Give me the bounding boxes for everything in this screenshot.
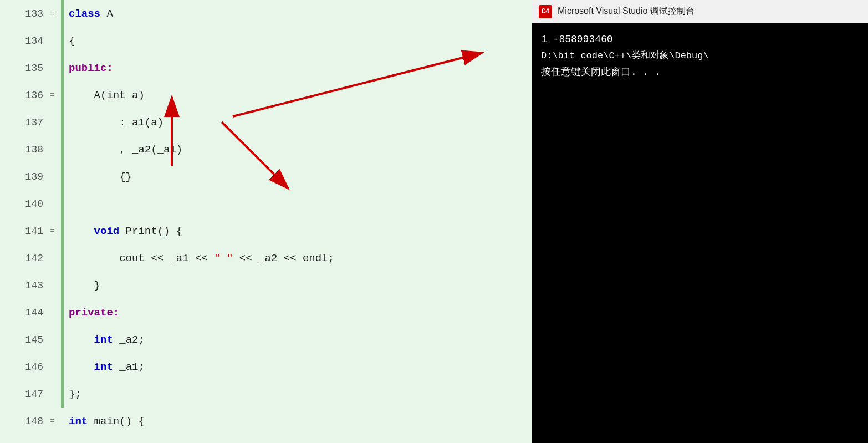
line-code-145: int _a2;	[67, 334, 145, 346]
indent-bar-138	[61, 136, 64, 163]
line-code-136: A(int a)	[67, 89, 145, 101]
indent-bar-133	[61, 0, 64, 27]
indent-bar-140	[61, 190, 64, 217]
collapse-136: =	[50, 91, 61, 100]
line-number-140: 140	[0, 198, 50, 210]
code-line-136: 136 = A(int a)	[0, 82, 532, 109]
collapse-133: =	[50, 9, 61, 18]
code-line-149: 149 A aa(1);	[0, 435, 532, 443]
code-line-144: 144 private:	[0, 299, 532, 326]
indent-bar-146	[61, 353, 64, 380]
line-code-141: void Print() {	[67, 225, 182, 237]
code-line-147: 147 };	[0, 380, 532, 408]
indent-bar-143	[61, 272, 64, 299]
collapse-141: =	[50, 227, 61, 236]
line-number-148: 148	[0, 416, 50, 427]
code-line-135: 135 public:	[0, 54, 532, 82]
line-code-147: };	[67, 388, 81, 400]
line-number-146: 146	[0, 361, 50, 373]
indent-bar-142	[61, 245, 64, 272]
indent-bar-135	[61, 54, 64, 82]
console-body: 1 -858993460 D:\bit_code\C++\类和对象\Debug\…	[532, 23, 868, 443]
line-code-146: int _a1;	[67, 361, 145, 373]
line-number-133: 133	[0, 8, 50, 19]
console-icon: C4	[539, 5, 552, 18]
line-code-140	[67, 198, 75, 210]
indent-bar-141	[61, 217, 64, 245]
code-line-138: 138 , _a2(_a1)	[0, 136, 532, 163]
code-line-142: 142 cout << _a1 << " " << _a2 << endl;	[0, 245, 532, 272]
code-line-143: 143 }	[0, 272, 532, 299]
indent-bar-144	[61, 299, 64, 326]
line-number-142: 142	[0, 253, 50, 264]
indent-bar-145	[61, 326, 64, 353]
indent-bar-147	[61, 380, 64, 408]
code-line-145: 145 int _a2;	[0, 326, 532, 353]
console-output-line2: D:\bit_code\C++\类和对象\Debug\	[541, 48, 859, 64]
line-code-148: int main() {	[67, 415, 145, 427]
line-code-144: private:	[67, 307, 119, 319]
line-number-141: 141	[0, 226, 50, 237]
code-line-139: 139 {}	[0, 163, 532, 190]
line-number-134: 134	[0, 35, 50, 47]
console-panel: C4 Microsoft Visual Studio 调试控制台 1 -8589…	[532, 0, 868, 443]
indent-bar-139	[61, 163, 64, 190]
line-number-138: 138	[0, 144, 50, 155]
indent-bar-137	[61, 109, 64, 136]
code-editor: 133 = class A 134 { 135 public: 136 = A(…	[0, 0, 532, 443]
line-code-134: {	[67, 35, 75, 47]
line-number-143: 143	[0, 280, 50, 291]
line-number-139: 139	[0, 171, 50, 182]
line-code-137: :_a1(a)	[67, 116, 164, 129]
line-code-135: public:	[67, 62, 113, 74]
code-line-141: 141 = void Print() {	[0, 217, 532, 245]
console-output-line1: 1 -858993460	[541, 31, 859, 48]
indent-bar-136	[61, 82, 64, 109]
collapse-148: =	[50, 417, 61, 426]
line-number-147: 147	[0, 389, 50, 400]
console-output-line3: 按任意键关闭此窗口. . .	[541, 64, 859, 81]
line-code-133: class A	[67, 8, 113, 20]
code-line-137: 137 :_a1(a)	[0, 109, 532, 136]
code-line-148: 148 = int main() {	[0, 408, 532, 435]
line-number-137: 137	[0, 117, 50, 128]
indent-bar-134	[61, 27, 64, 54]
line-code-139: {}	[67, 171, 132, 183]
line-code-143: }	[67, 279, 100, 292]
line-code-142: cout << _a1 << " " << _a2 << endl;	[67, 252, 334, 264]
line-number-145: 145	[0, 334, 50, 345]
code-line-133: 133 = class A	[0, 0, 532, 27]
code-lines: 133 = class A 134 { 135 public: 136 = A(…	[0, 0, 532, 443]
line-number-136: 136	[0, 90, 50, 101]
code-line-134: 134 {	[0, 27, 532, 54]
line-number-144: 144	[0, 307, 50, 318]
code-line-146: 146 int _a1;	[0, 353, 532, 380]
line-code-138: , _a2(_a1)	[67, 144, 182, 156]
console-titlebar: C4 Microsoft Visual Studio 调试控制台	[532, 0, 868, 23]
console-title: Microsoft Visual Studio 调试控制台	[558, 6, 695, 17]
line-number-135: 135	[0, 63, 50, 74]
code-line-140: 140	[0, 190, 532, 217]
